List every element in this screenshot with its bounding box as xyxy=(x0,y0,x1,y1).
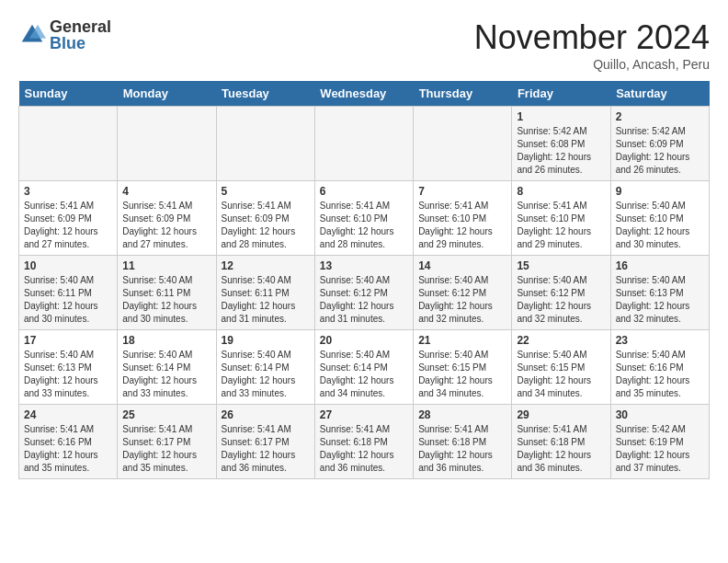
logo-icon xyxy=(18,21,46,49)
day-info: Sunrise: 5:40 AM Sunset: 6:13 PM Dayligh… xyxy=(24,349,112,400)
week-row-4: 17Sunrise: 5:40 AM Sunset: 6:13 PM Dayli… xyxy=(19,330,710,405)
calendar-cell: 8Sunrise: 5:41 AM Sunset: 6:10 PM Daylig… xyxy=(512,181,610,256)
day-number: 26 xyxy=(222,408,310,421)
day-info: Sunrise: 5:40 AM Sunset: 6:12 PM Dayligh… xyxy=(418,274,506,326)
day-info: Sunrise: 5:40 AM Sunset: 6:15 PM Dayligh… xyxy=(517,349,605,400)
calendar-table: SundayMondayTuesdayWednesdayThursdayFrid… xyxy=(18,81,710,479)
calendar-cell: 2Sunrise: 5:42 AM Sunset: 6:09 PM Daylig… xyxy=(610,107,709,181)
calendar-cell: 4Sunrise: 5:41 AM Sunset: 6:09 PM Daylig… xyxy=(118,181,216,256)
day-number: 27 xyxy=(320,408,408,421)
calendar-cell xyxy=(19,107,118,181)
calendar-cell: 13Sunrise: 5:40 AM Sunset: 6:12 PM Dayli… xyxy=(314,256,413,330)
calendar-cell: 27Sunrise: 5:41 AM Sunset: 6:18 PM Dayli… xyxy=(314,405,413,479)
day-number: 25 xyxy=(122,408,210,421)
calendar-cell: 23Sunrise: 5:40 AM Sunset: 6:16 PM Dayli… xyxy=(610,330,709,405)
day-info: Sunrise: 5:41 AM Sunset: 6:09 PM Dayligh… xyxy=(222,200,310,251)
calendar-cell: 22Sunrise: 5:40 AM Sunset: 6:15 PM Dayli… xyxy=(512,330,610,405)
day-info: Sunrise: 5:40 AM Sunset: 6:15 PM Dayligh… xyxy=(418,349,506,400)
page-title: November 2024 xyxy=(474,18,710,57)
day-info: Sunrise: 5:41 AM Sunset: 6:10 PM Dayligh… xyxy=(517,200,605,251)
header-row: SundayMondayTuesdayWednesdayThursdayFrid… xyxy=(19,81,710,107)
calendar-cell: 17Sunrise: 5:40 AM Sunset: 6:13 PM Dayli… xyxy=(19,330,118,405)
day-number: 18 xyxy=(122,334,210,347)
day-number: 2 xyxy=(616,110,704,123)
calendar-cell xyxy=(414,107,512,181)
day-info: Sunrise: 5:40 AM Sunset: 6:10 PM Dayligh… xyxy=(616,200,704,251)
calendar-cell: 24Sunrise: 5:41 AM Sunset: 6:16 PM Dayli… xyxy=(19,405,118,479)
day-number: 8 xyxy=(517,185,605,198)
day-info: Sunrise: 5:42 AM Sunset: 6:08 PM Dayligh… xyxy=(517,125,605,177)
calendar-cell: 28Sunrise: 5:41 AM Sunset: 6:18 PM Dayli… xyxy=(414,405,512,479)
header-sunday: Sunday xyxy=(19,81,118,107)
calendar-cell: 6Sunrise: 5:41 AM Sunset: 6:10 PM Daylig… xyxy=(314,181,413,256)
day-info: Sunrise: 5:41 AM Sunset: 6:18 PM Dayligh… xyxy=(320,423,408,475)
header-saturday: Saturday xyxy=(610,81,709,107)
header-tuesday: Tuesday xyxy=(216,81,314,107)
week-row-1: 1Sunrise: 5:42 AM Sunset: 6:08 PM Daylig… xyxy=(19,107,710,181)
header-wednesday: Wednesday xyxy=(314,81,413,107)
day-number: 12 xyxy=(222,259,310,272)
day-info: Sunrise: 5:40 AM Sunset: 6:12 PM Dayligh… xyxy=(517,274,605,326)
calendar-cell: 16Sunrise: 5:40 AM Sunset: 6:13 PM Dayli… xyxy=(610,256,709,330)
day-info: Sunrise: 5:41 AM Sunset: 6:17 PM Dayligh… xyxy=(122,423,210,475)
day-info: Sunrise: 5:40 AM Sunset: 6:14 PM Dayligh… xyxy=(320,349,408,400)
calendar-cell: 7Sunrise: 5:41 AM Sunset: 6:10 PM Daylig… xyxy=(414,181,512,256)
day-info: Sunrise: 5:41 AM Sunset: 6:16 PM Dayligh… xyxy=(24,423,112,475)
calendar-cell xyxy=(216,107,314,181)
title-block: November 2024 Quillo, Ancash, Peru xyxy=(474,18,710,72)
day-number: 30 xyxy=(616,408,704,421)
calendar-cell: 19Sunrise: 5:40 AM Sunset: 6:14 PM Dayli… xyxy=(216,330,314,405)
week-row-5: 24Sunrise: 5:41 AM Sunset: 6:16 PM Dayli… xyxy=(19,405,710,479)
day-number: 13 xyxy=(320,259,408,272)
day-info: Sunrise: 5:40 AM Sunset: 6:12 PM Dayligh… xyxy=(320,274,408,326)
calendar-cell: 5Sunrise: 5:41 AM Sunset: 6:09 PM Daylig… xyxy=(216,181,314,256)
day-info: Sunrise: 5:42 AM Sunset: 6:19 PM Dayligh… xyxy=(616,423,704,475)
day-number: 15 xyxy=(517,259,605,272)
calendar-cell: 9Sunrise: 5:40 AM Sunset: 6:10 PM Daylig… xyxy=(610,181,709,256)
day-number: 29 xyxy=(517,408,605,421)
logo-text: General Blue xyxy=(50,18,111,52)
calendar-cell: 18Sunrise: 5:40 AM Sunset: 6:14 PM Dayli… xyxy=(118,330,216,405)
day-info: Sunrise: 5:41 AM Sunset: 6:09 PM Dayligh… xyxy=(24,200,112,251)
day-info: Sunrise: 5:42 AM Sunset: 6:09 PM Dayligh… xyxy=(616,125,704,177)
logo: General Blue xyxy=(18,18,111,52)
calendar-cell: 20Sunrise: 5:40 AM Sunset: 6:14 PM Dayli… xyxy=(314,330,413,405)
day-info: Sunrise: 5:41 AM Sunset: 6:10 PM Dayligh… xyxy=(320,200,408,251)
day-info: Sunrise: 5:40 AM Sunset: 6:13 PM Dayligh… xyxy=(616,274,704,326)
week-row-3: 10Sunrise: 5:40 AM Sunset: 6:11 PM Dayli… xyxy=(19,256,710,330)
calendar-cell: 12Sunrise: 5:40 AM Sunset: 6:11 PM Dayli… xyxy=(216,256,314,330)
calendar-body: 1Sunrise: 5:42 AM Sunset: 6:08 PM Daylig… xyxy=(19,107,710,479)
day-info: Sunrise: 5:40 AM Sunset: 6:14 PM Dayligh… xyxy=(222,349,310,400)
calendar-cell: 3Sunrise: 5:41 AM Sunset: 6:09 PM Daylig… xyxy=(19,181,118,256)
day-number: 5 xyxy=(222,185,310,198)
calendar-cell: 29Sunrise: 5:41 AM Sunset: 6:18 PM Dayli… xyxy=(512,405,610,479)
day-number: 9 xyxy=(616,185,704,198)
day-number: 14 xyxy=(418,259,506,272)
calendar-cell xyxy=(118,107,216,181)
calendar-cell: 30Sunrise: 5:42 AM Sunset: 6:19 PM Dayli… xyxy=(610,405,709,479)
header-thursday: Thursday xyxy=(414,81,512,107)
calendar-cell: 1Sunrise: 5:42 AM Sunset: 6:08 PM Daylig… xyxy=(512,107,610,181)
calendar-cell: 21Sunrise: 5:40 AM Sunset: 6:15 PM Dayli… xyxy=(414,330,512,405)
logo-blue-text: Blue xyxy=(50,35,111,52)
calendar-cell: 10Sunrise: 5:40 AM Sunset: 6:11 PM Dayli… xyxy=(19,256,118,330)
day-number: 1 xyxy=(517,110,605,123)
page-subtitle: Quillo, Ancash, Peru xyxy=(474,57,710,72)
day-number: 22 xyxy=(517,334,605,347)
day-info: Sunrise: 5:40 AM Sunset: 6:11 PM Dayligh… xyxy=(24,274,112,326)
day-number: 10 xyxy=(24,259,112,272)
day-info: Sunrise: 5:40 AM Sunset: 6:16 PM Dayligh… xyxy=(616,349,704,400)
day-info: Sunrise: 5:41 AM Sunset: 6:18 PM Dayligh… xyxy=(517,423,605,475)
logo-general-text: General xyxy=(50,18,111,35)
day-info: Sunrise: 5:41 AM Sunset: 6:09 PM Dayligh… xyxy=(122,200,210,251)
day-number: 3 xyxy=(24,185,112,198)
day-info: Sunrise: 5:40 AM Sunset: 6:11 PM Dayligh… xyxy=(222,274,310,326)
day-number: 20 xyxy=(320,334,408,347)
page-header: General Blue November 2024 Quillo, Ancas… xyxy=(18,18,710,72)
day-number: 21 xyxy=(418,334,506,347)
day-number: 16 xyxy=(616,259,704,272)
day-number: 11 xyxy=(122,259,210,272)
calendar-cell: 11Sunrise: 5:40 AM Sunset: 6:11 PM Dayli… xyxy=(118,256,216,330)
week-row-2: 3Sunrise: 5:41 AM Sunset: 6:09 PM Daylig… xyxy=(19,181,710,256)
day-info: Sunrise: 5:40 AM Sunset: 6:11 PM Dayligh… xyxy=(122,274,210,326)
